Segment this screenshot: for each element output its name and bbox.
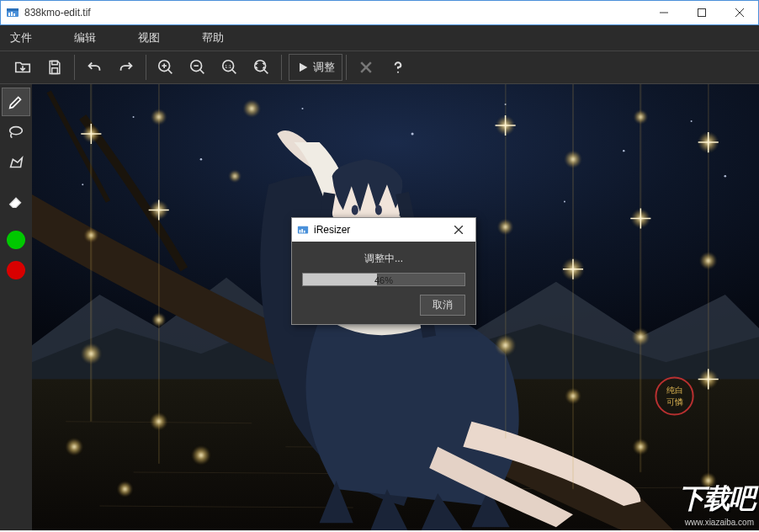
menu-edit[interactable]: 编辑 — [74, 30, 96, 45]
svg-point-55 — [84, 229, 98, 242]
svg-point-60 — [151, 413, 167, 430]
lasso-tool[interactable] — [2, 118, 30, 146]
toolbar: 1:1 调整 — [0, 51, 759, 84]
mark-remove-tool[interactable] — [2, 256, 30, 285]
save-button[interactable] — [39, 51, 71, 83]
svg-point-69 — [634, 110, 647, 124]
svg-point-72 — [633, 439, 648, 455]
eraser-tool[interactable] — [2, 187, 30, 215]
app-icon — [6, 6, 19, 19]
svg-point-77 — [66, 439, 82, 455]
dialog-close-button[interactable] — [442, 218, 475, 242]
svg-point-62 — [229, 170, 241, 182]
svg-point-38 — [564, 200, 565, 202]
stamp-line2: 可憐 — [666, 397, 683, 407]
green-dot-icon — [7, 231, 25, 249]
svg-point-46 — [352, 205, 358, 215]
menu-help[interactable]: 帮助 — [202, 30, 224, 45]
svg-point-26 — [10, 127, 23, 135]
svg-point-34 — [691, 120, 693, 122]
svg-point-25 — [397, 72, 399, 73]
svg-rect-82 — [300, 230, 301, 233]
svg-rect-6 — [698, 9, 705, 17]
window-titlebar: 838kmo-edit.tif — [0, 0, 759, 25]
svg-point-66 — [565, 151, 581, 168]
open-button[interactable] — [7, 51, 39, 83]
svg-rect-10 — [52, 68, 58, 74]
watermark-text: 下载吧 — [678, 483, 754, 513]
svg-point-64 — [498, 220, 513, 235]
svg-point-74 — [700, 253, 717, 269]
svg-point-61 — [243, 100, 260, 117]
svg-rect-83 — [301, 229, 303, 232]
brush-tool[interactable] — [2, 88, 30, 116]
zoom-fit-button[interactable] — [246, 51, 278, 83]
svg-point-36 — [82, 184, 83, 185]
svg-point-30 — [301, 108, 303, 109]
svg-line-16 — [200, 70, 204, 74]
minimize-button[interactable] — [645, 1, 682, 24]
red-dot-icon — [7, 261, 25, 279]
help-button[interactable] — [382, 51, 414, 83]
svg-line-19 — [232, 70, 236, 74]
svg-point-57 — [151, 109, 167, 125]
menu-view[interactable]: 视图 — [138, 30, 160, 45]
dialog-app-icon — [297, 224, 309, 236]
stamp-line1: 纯白 — [666, 386, 683, 395]
window-title: 838kmo-edit.tif — [24, 7, 645, 19]
menubar: 文件 编辑 视图 帮助 — [0, 25, 759, 51]
svg-point-68 — [565, 388, 581, 403]
tool-sidebar — [0, 84, 32, 530]
svg-point-47 — [375, 205, 382, 215]
svg-text:1:1: 1:1 — [225, 64, 231, 69]
svg-point-78 — [117, 481, 132, 497]
svg-rect-84 — [304, 231, 305, 233]
svg-rect-3 — [11, 12, 13, 16]
dialog-status-text: 调整中... — [302, 252, 465, 266]
zoom-in-button[interactable] — [150, 51, 182, 83]
svg-line-12 — [168, 70, 172, 74]
undo-button[interactable] — [78, 51, 110, 83]
svg-point-29 — [200, 158, 203, 161]
svg-rect-9 — [52, 61, 58, 65]
progress-dialog: iResizer 调整中... 46% 取消 — [291, 217, 476, 325]
zoom-actual-button[interactable]: 1:1 — [214, 51, 246, 83]
menu-file[interactable]: 文件 — [10, 30, 32, 45]
svg-point-31 — [411, 133, 414, 136]
svg-point-71 — [632, 328, 649, 345]
adjust-label: 调整 — [313, 60, 335, 75]
redo-button[interactable] — [110, 51, 142, 83]
cancel-x-button[interactable] — [350, 51, 382, 83]
mark-keep-tool[interactable] — [2, 226, 30, 254]
svg-rect-1 — [7, 8, 19, 11]
watermark-url: www.xiazaiba.com — [678, 518, 754, 527]
svg-point-35 — [724, 175, 727, 178]
zoom-out-button[interactable] — [182, 51, 214, 83]
progress-bar: 46% — [302, 273, 465, 286]
svg-point-28 — [133, 116, 135, 118]
progress-percent-text: 46% — [303, 274, 464, 287]
close-button[interactable] — [720, 1, 758, 24]
dialog-title: iResizer — [314, 224, 442, 236]
dialog-cancel-button[interactable]: 取消 — [420, 295, 465, 316]
svg-point-59 — [152, 313, 166, 327]
svg-line-22 — [264, 70, 268, 74]
svg-rect-2 — [8, 13, 10, 16]
svg-point-56 — [81, 343, 101, 364]
adjust-button[interactable]: 调整 — [289, 54, 342, 81]
maximize-button[interactable] — [682, 1, 720, 24]
svg-point-79 — [192, 446, 210, 465]
polygon-tool[interactable] — [2, 148, 30, 177]
dialog-titlebar[interactable]: iResizer — [292, 218, 475, 242]
svg-point-21 — [255, 61, 266, 72]
svg-point-65 — [496, 335, 516, 355]
svg-point-33 — [623, 150, 624, 152]
watermark: 下载吧 www.xiazaiba.com — [678, 481, 754, 527]
svg-rect-4 — [13, 13, 15, 16]
